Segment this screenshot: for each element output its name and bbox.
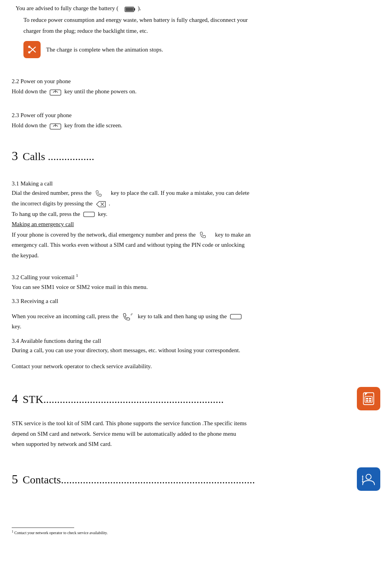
svg-rect-1: [134, 8, 135, 11]
section-31-delete: the incorrect digits by pressing the .: [12, 199, 380, 208]
reduce-power2: charger from the plug; reduce the backli…: [12, 27, 380, 36]
chapter-5-heading-left: 5 Contacts..............................…: [12, 470, 255, 488]
svg-rect-21: [366, 400, 368, 402]
section-22: 2.2 Power on your phone Hold down the ke…: [12, 77, 380, 96]
section-33-text2: key.: [12, 322, 380, 331]
section-31-emergency-text2: emergency call. This works even without …: [12, 241, 380, 250]
svg-rect-22: [369, 400, 371, 402]
chapter-4-title: STK.....................................…: [23, 391, 224, 408]
chapter-5-title: Contacts................................…: [23, 472, 255, 488]
stk-line3: when supported by network and SIM card.: [12, 440, 380, 449]
chapter-5-heading-row: 5 Contacts..............................…: [12, 467, 380, 491]
section-31-heading: 3.1 Making a call: [12, 179, 380, 188]
section-34-heading: 3.4 Available functions during the call: [12, 337, 380, 346]
section-23-heading: 2.3 Power off your phone: [12, 111, 380, 120]
reduce-power: To reduce power consumption and energy w…: [12, 16, 380, 25]
section-33-text: When you receive an incoming call, press…: [12, 312, 380, 321]
svg-point-23: [366, 474, 371, 479]
section-31-emergency-text: If your phone is covered by the network,…: [12, 230, 380, 239]
svg-rect-19: [366, 398, 368, 399]
emergency-call-link[interactable]: Making an emergency call: [12, 220, 380, 229]
svg-rect-18: [365, 396, 372, 402]
section-32-heading: 3.2 Calling your voicemail 1: [12, 272, 380, 282]
chapter-3-title: Calls .................: [23, 148, 94, 165]
battery-advice: You are advised to fully charge the batt…: [12, 4, 380, 13]
footnote-text: Contact your network operator to check s…: [14, 531, 108, 535]
stk-section: STK service is the tool kit of SIM card.…: [12, 419, 380, 449]
battery-icon: [121, 4, 135, 13]
chapter-3-heading: 3 Calls .................: [12, 146, 380, 165]
section-31-dial: Dial the desired number, press the key t…: [12, 189, 380, 198]
call-key-icon: [94, 190, 108, 198]
section-23: 2.3 Power off your phone Hold down the k…: [12, 111, 380, 130]
stk-line1: STK service is the tool kit of SIM card.…: [12, 419, 380, 428]
hangup-key-icon: [230, 313, 242, 321]
section-31: 3.1 Making a call Dial the desired numbe…: [12, 179, 380, 260]
charge-info-text: The charge is complete when the animatio…: [46, 45, 163, 54]
back-key-icon: [95, 201, 106, 208]
incoming-call-key-icon: [121, 313, 135, 321]
end-key-icon: [83, 210, 95, 218]
section-31-hangup: To hang up the call, press the key.: [12, 210, 380, 219]
power-key-icon: [49, 88, 62, 96]
section-22-text: Hold down the key until the phone powers…: [12, 87, 380, 96]
section-34: 3.4 Available functions during the call …: [12, 337, 380, 355]
section-23-text: Hold down the key from the idle screen.: [12, 121, 380, 130]
chapter-4-icon: [357, 387, 380, 410]
top-section: You are advised to fully charge the batt…: [12, 4, 380, 58]
svg-rect-20: [369, 398, 371, 399]
footnote-num: 1: [12, 530, 13, 533]
chapter-4-heading-row: 4 STK...................................…: [12, 387, 380, 410]
section-22-heading: 2.2 Power on your phone: [12, 77, 380, 86]
section-31-emergency-text3: the keypad.: [12, 251, 380, 260]
info-icon: [23, 41, 41, 58]
svg-rect-16: [230, 314, 241, 319]
section-33: 3.3 Receiving a call: [12, 297, 380, 306]
chapter-4-heading-left: 4 STK...................................…: [12, 389, 224, 408]
footnote: 1 Contact your network operator to check…: [12, 529, 380, 536]
chapter-4-num: 4: [12, 389, 18, 408]
section-32-text: You can see SIM1 voice or SIM2 voice mai…: [12, 283, 380, 292]
charge-info-box: The charge is complete when the animatio…: [23, 41, 380, 58]
section-32-superscript: 1: [76, 273, 78, 278]
section-34-line1: During a call, you can use your director…: [12, 346, 380, 355]
section-33-heading: 3.3 Receiving a call: [12, 297, 380, 306]
section-34-line2: Contact your network operator to check s…: [12, 362, 380, 371]
section-32: 3.2 Calling your voicemail 1 You can see…: [12, 272, 380, 291]
power-key-icon-2: [49, 122, 62, 130]
call-key-icon-2: [198, 231, 212, 239]
svg-rect-13: [84, 212, 94, 217]
footnote-line: [12, 528, 74, 528]
chapter-5-icon: [357, 467, 380, 491]
chapter-5-num: 5: [12, 470, 18, 488]
chapter-3-num: 3: [12, 146, 18, 165]
svg-rect-2: [125, 7, 133, 11]
stk-line2: depend on SIM card and network. Service …: [12, 430, 380, 438]
